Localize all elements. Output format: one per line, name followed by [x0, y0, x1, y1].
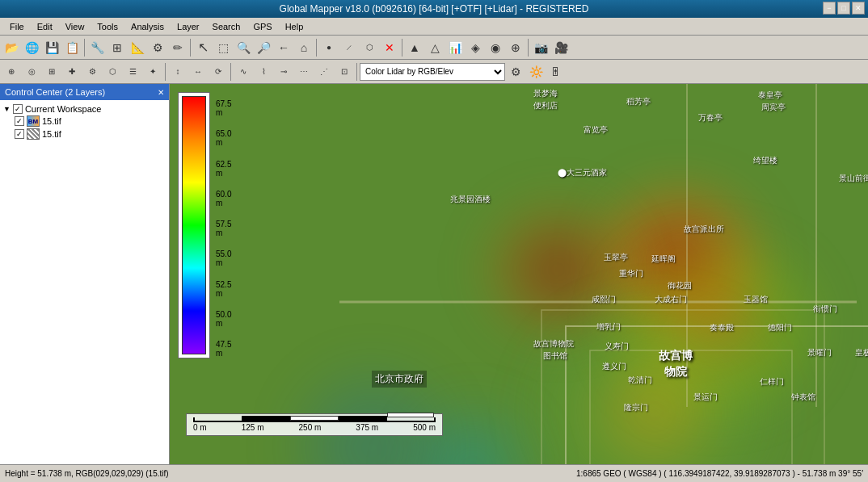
- lidar3-button[interactable]: ⊕: [506, 38, 525, 57]
- draw-line[interactable]: ⟋: [339, 38, 359, 57]
- menu-layer[interactable]: Layer: [171, 20, 206, 33]
- layer-vector-checkbox[interactable]: [15, 129, 24, 139]
- draw-poly[interactable]: ⬡: [360, 38, 379, 57]
- layer-vector-icon: [27, 128, 40, 140]
- tool-d[interactable]: ✚: [62, 62, 82, 82]
- color-bar: [182, 96, 206, 354]
- workspace-label: Current Workspace: [25, 104, 102, 114]
- window-controls: − □ ✕: [823, 2, 865, 15]
- elev1-button[interactable]: ▲: [405, 38, 424, 57]
- draw-point[interactable]: ●: [319, 38, 339, 57]
- menu-bar: File Edit View Tools Analysis Layer Sear…: [0, 18, 868, 36]
- tool-g[interactable]: ☰: [123, 62, 142, 82]
- menu-analysis[interactable]: Analysis: [124, 20, 171, 33]
- control-center-close[interactable]: ✕: [158, 88, 164, 97]
- open-folder-button[interactable]: 📂: [2, 38, 21, 57]
- heat-blob-1: [598, 189, 760, 334]
- digitize-button[interactable]: ✏: [168, 38, 188, 57]
- layer-raster-item[interactable]: BM 15.tif: [13, 115, 167, 128]
- close-button[interactable]: ✕: [852, 2, 865, 15]
- menu-search[interactable]: Search: [206, 20, 247, 33]
- color-settings[interactable]: ⚙: [506, 62, 525, 82]
- grid-button[interactable]: ⊞: [107, 38, 127, 57]
- zoom-in-button[interactable]: 🔍: [234, 38, 253, 57]
- main-area: Control Center (2 Layers) ✕ ▼ Current Wo…: [0, 84, 868, 464]
- draw5[interactable]: ⋰: [314, 62, 334, 82]
- nav1[interactable]: ↕: [168, 62, 188, 82]
- menu-help[interactable]: Help: [279, 20, 310, 33]
- nav3[interactable]: ⟳: [209, 62, 228, 82]
- save-button[interactable]: 💾: [42, 38, 61, 57]
- home-button[interactable]: ⌂: [294, 38, 314, 57]
- status-right: 1:6865 GEO ( WGS84 ) ( 116.3949187422, 3…: [576, 469, 863, 478]
- heat-blob-3: [614, 245, 816, 407]
- draw2[interactable]: ⌇: [254, 62, 273, 82]
- draw3[interactable]: ⊸: [274, 62, 293, 82]
- profile-button[interactable]: 📊: [445, 38, 465, 57]
- sep8: [356, 63, 357, 81]
- tool-b[interactable]: ◎: [22, 62, 41, 82]
- layer-settings[interactable]: 🎚: [546, 62, 566, 82]
- nav2[interactable]: ↔: [188, 62, 208, 82]
- workspace-item[interactable]: ▼ Current Workspace: [2, 103, 167, 115]
- minimize-button[interactable]: −: [823, 2, 836, 15]
- camera2-button[interactable]: 🎥: [551, 38, 571, 57]
- capture-button[interactable]: 📷: [531, 38, 550, 57]
- tool-f[interactable]: ⬡: [103, 62, 122, 82]
- view-settings[interactable]: 🔆: [526, 62, 546, 82]
- sep7: [230, 63, 231, 81]
- sep6: [165, 63, 166, 81]
- menu-tools[interactable]: Tools: [91, 20, 124, 33]
- lidar1-button[interactable]: ◈: [466, 38, 485, 57]
- workspace-checkbox[interactable]: [13, 104, 23, 114]
- maximize-button[interactable]: □: [837, 2, 850, 15]
- heat-blob-2: [485, 205, 630, 334]
- expand-icon: ▼: [3, 105, 11, 113]
- scale-bar: 0 m 125 m 250 m 375 m 500 m: [186, 413, 443, 436]
- draw4[interactable]: ⋯: [294, 62, 314, 82]
- back-button[interactable]: ←: [274, 38, 293, 57]
- web-button[interactable]: 🌐: [22, 38, 41, 57]
- sep1: [84, 39, 85, 57]
- measure-button[interactable]: 📐: [128, 38, 147, 57]
- layer-raster-label: 15.tif: [42, 116, 61, 126]
- menu-view[interactable]: View: [59, 20, 91, 33]
- config-button[interactable]: 🔧: [87, 38, 107, 57]
- tool-a[interactable]: ⊕: [2, 62, 21, 82]
- map-area[interactable]: 67.5 m 65.0 m 62.5 m 60.0 m 57.5 m 55.0 …: [170, 84, 868, 464]
- heat-blob-4: [533, 310, 776, 464]
- menu-file[interactable]: File: [3, 20, 31, 33]
- layer-vector-item[interactable]: 15.tif: [13, 128, 167, 140]
- lidar2-button[interactable]: ◉: [486, 38, 505, 57]
- zoom-region-button[interactable]: ⬚: [213, 38, 233, 57]
- scale-labels: 67.5 m 65.0 m 62.5 m 60.0 m 57.5 m 55.0 …: [216, 99, 231, 358]
- zoom-out-button[interactable]: 🔎: [254, 38, 273, 57]
- new-button[interactable]: 📋: [62, 38, 82, 57]
- menu-edit[interactable]: Edit: [31, 20, 59, 33]
- toolbar2: ⊕ ◎ ⊞ ✚ ⚙ ⬡ ☰ ✦ ↕ ↔ ⟳ ∿ ⌇ ⊸ ⋯ ⋰ ⊡ Color …: [0, 60, 868, 84]
- draw1[interactable]: ∿: [234, 62, 253, 82]
- color-mode-select[interactable]: Color Lidar by RGB/Elev Color Lidar by E…: [360, 63, 505, 81]
- status-left: Height = 51.738 m, RGB(029,029,029) (15.…: [5, 469, 169, 478]
- elev2-button[interactable]: △: [425, 38, 445, 57]
- draw6[interactable]: ⊡: [335, 62, 354, 82]
- window-title: Global Mapper v18.0 (b092616) [64-bit] […: [280, 3, 589, 15]
- map-background: [170, 84, 868, 464]
- sep2: [190, 39, 191, 57]
- control-center-header: Control Center (2 Layers) ✕: [0, 84, 169, 100]
- layer-raster-icon: BM: [27, 115, 40, 127]
- layer-tree: ▼ Current Workspace BM 15.tif 15.tif: [0, 100, 169, 144]
- control-center: Control Center (2 Layers) ✕ ▼ Current Wo…: [0, 84, 170, 464]
- color-scale-legend: 67.5 m 65.0 m 62.5 m 60.0 m 57.5 m 55.0 …: [178, 92, 210, 358]
- select-button[interactable]: ↖: [193, 38, 213, 57]
- tool-h[interactable]: ✦: [143, 62, 162, 82]
- options-button[interactable]: ⚙: [148, 38, 167, 57]
- layer-raster-checkbox[interactable]: [15, 116, 24, 126]
- title-bar: Global Mapper v18.0 (b092616) [64-bit] […: [0, 0, 868, 18]
- delete-button[interactable]: ✕: [380, 38, 399, 57]
- toolbar1: 📂 🌐 💾 📋 🔧 ⊞ 📐 ⚙ ✏ ↖ ⬚ 🔍 🔎 ← ⌂ ● ⟋ ⬡ ✕ ▲ …: [0, 36, 868, 60]
- sep5: [528, 39, 529, 57]
- menu-gps[interactable]: GPS: [246, 20, 278, 33]
- tool-c[interactable]: ⊞: [42, 62, 61, 82]
- tool-e[interactable]: ⚙: [82, 62, 102, 82]
